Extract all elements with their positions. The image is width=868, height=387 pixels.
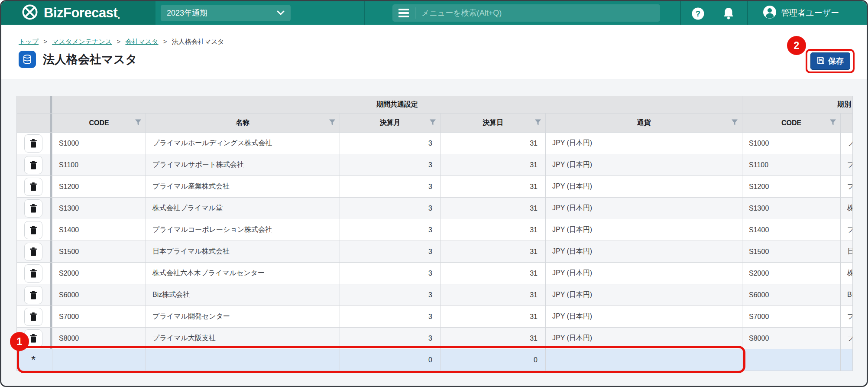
cell-closing-day[interactable]: 31 <box>440 154 546 176</box>
delete-row-button[interactable] <box>24 221 42 239</box>
save-button[interactable]: 保存 <box>810 52 850 70</box>
cell-code[interactable]: S1000 <box>52 133 146 154</box>
cell-period-name-clipped[interactable]: 日本プライマル株式会社 <box>841 241 853 263</box>
cell-code[interactable]: S2000 <box>52 263 146 284</box>
cell-currency[interactable] <box>546 349 742 371</box>
cell-currency[interactable]: JPY (日本円) <box>546 219 742 241</box>
cell-closing-month[interactable]: 0 <box>340 349 440 371</box>
cell-code[interactable]: S6000 <box>52 284 146 306</box>
cell-closing-month[interactable]: 3 <box>340 306 440 328</box>
cell-name[interactable]: プライマルサポート株式会社 <box>146 154 340 176</box>
cell-closing-month[interactable]: 3 <box>340 241 440 263</box>
cell-period-code[interactable]: S1400 <box>742 219 841 241</box>
cell-closing-month[interactable]: 3 <box>340 263 440 284</box>
cell-code[interactable] <box>52 349 146 371</box>
search-input[interactable] <box>415 4 660 22</box>
cell-period-name-clipped[interactable]: 株式会社六本木プライマルセンター <box>841 263 853 284</box>
cell-code[interactable]: S7000 <box>52 306 146 328</box>
cell-period-name-clipped[interactable]: Biz株式会社 <box>841 284 853 306</box>
cell-currency[interactable]: JPY (日本円) <box>546 198 742 219</box>
cell-closing-day[interactable]: 31 <box>440 263 546 284</box>
cell-period-name-clipped[interactable]: プライマルホールディングス株式会社 <box>841 133 853 154</box>
cell-currency[interactable]: JPY (日本円) <box>546 328 742 349</box>
cell-currency[interactable]: JPY (日本円) <box>546 133 742 154</box>
cell-period-name-clipped[interactable]: プライマルサポート株式会社 <box>841 154 853 176</box>
hamburger-menu-icon[interactable] <box>392 4 415 22</box>
cell-period-code[interactable]: S7000 <box>742 306 841 328</box>
breadcrumb-link-company-master[interactable]: 会社マスタ <box>125 38 158 45</box>
help-icon[interactable]: ? <box>690 6 705 21</box>
cell-code[interactable]: S1200 <box>52 176 146 198</box>
delete-row-button[interactable] <box>24 199 42 218</box>
cell-closing-day[interactable]: 31 <box>440 219 546 241</box>
cell-closing-day[interactable]: 31 <box>440 241 546 263</box>
cell-closing-day[interactable]: 31 <box>440 306 546 328</box>
cell-period-code[interactable]: S8000 <box>742 328 841 349</box>
cell-period-name-clipped[interactable]: 株式会社プライマル堂 <box>841 198 853 219</box>
breadcrumb-link-master-maintenance[interactable]: マスタメンテナンス <box>52 38 112 45</box>
delete-row-button[interactable] <box>24 178 42 196</box>
cell-period-code[interactable] <box>742 349 841 371</box>
delete-row-button[interactable] <box>24 286 42 304</box>
cell-period-name-clipped[interactable]: プライマル大阪支社 <box>841 328 853 349</box>
cell-currency[interactable]: JPY (日本円) <box>546 284 742 306</box>
cell-closing-day[interactable]: 31 <box>440 198 546 219</box>
cell-closing-day[interactable]: 0 <box>440 349 546 371</box>
cell-period-code[interactable]: S1100 <box>742 154 841 176</box>
cell-period-code[interactable]: S2000 <box>742 263 841 284</box>
cell-closing-day[interactable]: 31 <box>440 176 546 198</box>
cell-name[interactable]: プライマルコーポレーション株式会社 <box>146 219 340 241</box>
cell-code[interactable]: S8000 <box>52 328 146 349</box>
cell-currency[interactable]: JPY (日本円) <box>546 176 742 198</box>
cell-closing-month[interactable]: 3 <box>340 154 440 176</box>
user-menu[interactable]: 管理者ユーザー <box>763 1 839 25</box>
cell-period-code[interactable]: S1500 <box>742 241 841 263</box>
cell-closing-day[interactable]: 31 <box>440 284 546 306</box>
cell-closing-month[interactable]: 3 <box>340 284 440 306</box>
period-selector[interactable]: 2023年通期 <box>161 5 291 21</box>
cell-closing-day[interactable]: 31 <box>440 133 546 154</box>
filter-icon[interactable] <box>135 119 142 127</box>
filter-icon[interactable] <box>534 119 541 127</box>
delete-row-button[interactable] <box>24 134 42 153</box>
cell-name[interactable] <box>146 349 340 371</box>
cell-closing-day[interactable]: 31 <box>440 328 546 349</box>
cell-currency[interactable]: JPY (日本円) <box>546 241 742 263</box>
cell-closing-month[interactable]: 3 <box>340 328 440 349</box>
cell-period-code[interactable]: S1300 <box>742 198 841 219</box>
cell-code[interactable]: S1400 <box>52 219 146 241</box>
delete-row-button[interactable] <box>24 308 42 326</box>
cell-period-code[interactable]: S1200 <box>742 176 841 198</box>
cell-period-name-clipped[interactable]: プライマル産業株式会社 <box>841 176 853 198</box>
cell-code[interactable]: S1300 <box>52 198 146 219</box>
notification-bell-icon[interactable] <box>721 6 736 21</box>
cell-period-code[interactable]: S6000 <box>742 284 841 306</box>
cell-closing-month[interactable]: 3 <box>340 198 440 219</box>
cell-period-name-clipped[interactable] <box>841 349 853 371</box>
filter-icon[interactable] <box>429 119 436 127</box>
cell-period-code[interactable]: S1000 <box>742 133 841 154</box>
delete-row-button[interactable] <box>24 264 42 283</box>
cell-code[interactable]: S1100 <box>52 154 146 176</box>
cell-code[interactable]: S1500 <box>52 241 146 263</box>
cell-name[interactable]: 日本プライマル株式会社 <box>146 241 340 263</box>
cell-closing-month[interactable]: 3 <box>340 219 440 241</box>
filter-icon[interactable] <box>731 119 738 127</box>
filter-icon[interactable] <box>329 119 336 127</box>
cell-period-name-clipped[interactable]: プライマル開発センター <box>841 306 853 328</box>
cell-currency[interactable]: JPY (日本円) <box>546 263 742 284</box>
cell-name[interactable]: 株式会社六本木プライマルセンター <box>146 263 340 284</box>
logo[interactable]: BizForecast . <box>1 1 155 25</box>
cell-name[interactable]: Biz株式会社 <box>146 284 340 306</box>
cell-closing-month[interactable]: 3 <box>340 176 440 198</box>
cell-currency[interactable]: JPY (日本円) <box>546 306 742 328</box>
cell-name[interactable]: プライマルホールディングス株式会社 <box>146 133 340 154</box>
filter-icon[interactable] <box>829 119 836 127</box>
breadcrumb-link-top[interactable]: トップ <box>19 38 39 45</box>
cell-name[interactable]: プライマル大阪支社 <box>146 328 340 349</box>
cell-period-name-clipped[interactable]: プライマルコーポレーション株式会社 <box>841 219 853 241</box>
delete-row-button[interactable] <box>24 156 42 174</box>
cell-name[interactable]: 株式会社プライマル堂 <box>146 198 340 219</box>
delete-row-button[interactable] <box>24 243 42 261</box>
cell-closing-month[interactable]: 3 <box>340 133 440 154</box>
